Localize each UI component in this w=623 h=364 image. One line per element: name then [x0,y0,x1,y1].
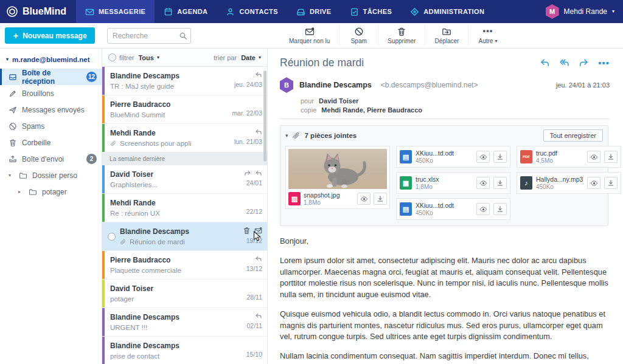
spam-action[interactable]: Spam [339,26,378,46]
preview-attachment-button[interactable] [476,151,490,163]
message-sender: David Toiser [110,284,245,293]
sidebar-item-outbox[interactable]: Boîte d'envoi 2 [0,151,102,167]
attachment-name: snapshot.jpg [304,191,354,199]
mark-unread-button[interactable] [254,227,262,235]
message-list-item[interactable]: Mehdi Rande Screenshots pour appli lun. … [102,124,267,153]
message-list-item[interactable]: David Toiser potager 28/11 [102,280,267,308]
attachments-panel: ▾ 7 pièces jointes Tout enregistrer [280,125,608,226]
reply-all-button[interactable] [559,58,569,68]
message-list-item[interactable]: Pierre Baudracco BlueMind Summit mar. 22… [102,95,267,124]
reply-all-icon [559,58,569,68]
message-sender: Blandine Descamps [110,72,232,80]
tasks-icon [350,7,359,16]
ellipsis-icon: ••• [483,27,493,36]
mark-unread-icon [305,27,315,36]
chevron-down-icon: ▾ [612,9,614,14]
nav-tab-taches[interactable]: TÂCHES [341,0,402,23]
eye-icon [479,153,487,161]
cat-photo-thumbnail [288,149,387,189]
download-attachment-button[interactable] [604,177,618,189]
nav-tab-messagerie[interactable]: MESSAGERIE [76,0,155,23]
list-scrollbar[interactable] [263,70,266,162]
account-selector[interactable]: ▾ m.rande@bluemind.net [0,51,102,69]
preview-attachment-button[interactable] [476,203,490,215]
new-message-button[interactable]: + Nouveau message [5,27,95,44]
nav-tab-contacts[interactable]: CONTACTS [217,0,287,23]
attachment-image-card[interactable]: ▨ snapshot.jpg 1,8Mo [285,146,390,209]
replied-icon [255,255,262,263]
email-subject: Réunion de mardi [280,57,364,69]
folder-icon [29,188,37,196]
sidebar-item-spam[interactable]: Spams [0,118,102,134]
message-list-item[interactable]: Pierre Baudracco Plaquette commerciale 1… [102,251,267,280]
sidebar-item-sent[interactable]: Messages envoyés [0,101,102,118]
bluemind-logo[interactable]: BlueMind [0,0,76,23]
user-menu[interactable]: M Mehdi Rande ▾ [537,0,623,23]
chevron-right-icon[interactable]: ▸ [18,189,24,194]
message-subject: Re : réunion UX [110,210,244,217]
paperclip-icon [110,140,117,147]
delete-action[interactable]: Supprimer [378,26,425,46]
message-list-item[interactable]: David Toiser Graphisteries... 24/01 [102,165,267,194]
message-list-item[interactable]: Blandine Descamps TR : MaJ style guide j… [102,67,267,95]
gear-icon [410,7,419,16]
preview-attachment-button[interactable] [587,177,600,189]
eye-icon [360,195,368,203]
replied-icon [255,128,262,136]
search-icon [179,32,187,40]
delete-message-button[interactable] [243,227,251,235]
nav-tab-administration[interactable]: ADMINISTRATION [401,0,493,23]
sort-dropdown[interactable]: Date [241,54,256,61]
nav-tab-agenda[interactable]: AGENDA [155,0,217,23]
sidebar-item-trash[interactable]: Corbeille [0,134,102,151]
preview-attachment-button[interactable] [587,151,600,163]
move-action[interactable]: Déplacer [425,26,468,46]
attachment-chip[interactable]: ▤ XKiuu...td.odt 450Ko [396,146,510,168]
nav-tab-drive[interactable]: DRIVE [287,0,341,23]
attachment-chip[interactable]: ▤ XKiuu...td.odt 450Ko [396,198,510,220]
forward-button[interactable] [579,58,589,68]
sidebar-item-inbox[interactable]: Boîte de réception 12 [0,69,102,85]
message-list-item-selected[interactable]: Blandine Descamps Réunion de mardi 19/12 [102,222,267,251]
download-attachment-button[interactable] [493,151,507,163]
message-sender: Pierre Baudracco [110,256,244,264]
download-icon [607,179,614,187]
drive-icon [296,7,305,16]
download-attachment-button[interactable] [604,151,618,163]
paperclip-icon [293,132,301,140]
mark-unread-action[interactable]: Marquer non lu [280,26,339,46]
sender-color-bar [102,194,105,222]
chevron-down-icon: ▾ [6,57,9,62]
download-attachment-button[interactable] [493,203,507,215]
attachment-size: 1,8Mo [416,184,473,190]
sidebar-item-dossier-perso[interactable]: ▾ Dossier perso [0,167,102,184]
download-attachment-button[interactable] [493,177,507,189]
message-list-item[interactable]: Blandine Descamps URGENT !!! 02/11 [102,308,267,337]
more-actions[interactable]: ••• Autre ▾ [468,26,507,46]
message-list-item[interactable]: Blandine Descamps prise de contact 15/10 [102,337,267,364]
collapse-attachments-toggle[interactable]: ▾ [285,132,288,139]
chevron-down-icon[interactable]: ▾ [9,173,14,178]
select-all-checkbox[interactable] [108,53,116,61]
attachment-chip[interactable]: ▦ truc.xlsx 1,8Mo [396,172,510,194]
message-subject: TR : MaJ style guide [110,83,232,90]
filter-dropdown[interactable]: Tous [138,54,153,61]
attachment-chip[interactable]: PDF truc.pdf 4,5Mo [517,146,621,168]
message-list-item[interactable]: Mehdi Rande Re : réunion UX 22/12 [102,194,267,222]
message-subject: Réunion de mardi [120,238,240,246]
user-name: Mehdi Rande [564,7,607,16]
more-options-button[interactable]: ••• [598,58,610,68]
download-attachment-button[interactable] [374,193,387,205]
save-all-attachments-button[interactable]: Tout enregistrer [543,129,603,142]
attachment-chip[interactable]: ♪ Hallyda...ny.mp3 450Ko [517,172,621,194]
preview-attachment-button[interactable] [476,177,490,189]
message-checkbox[interactable] [108,233,116,241]
message-date: 13/12 [246,265,262,272]
reply-button[interactable] [540,58,550,68]
sidebar-item-potager[interactable]: ▸ potager [0,184,102,200]
preview-attachment-button[interactable] [357,193,371,205]
list-group-separator: La semaine dernière [102,153,267,165]
outbox-count-badge: 2 [86,154,97,164]
sidebar-item-drafts[interactable]: Brouillons [0,85,102,101]
person-icon [226,7,235,16]
